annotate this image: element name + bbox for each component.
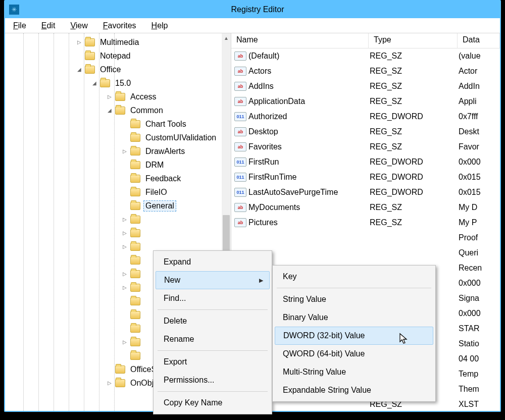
value-name: Actors bbox=[248, 67, 370, 76]
folder-icon bbox=[130, 188, 140, 196]
reg-dword-icon: 011 bbox=[234, 112, 246, 121]
value-data: 0x015 bbox=[459, 188, 500, 197]
value-row[interactable]: abPicturesREG_SZMy P bbox=[231, 215, 500, 230]
value-row[interactable]: 011LastAutoSavePurgeTimeREG_DWORD0x015 bbox=[231, 185, 500, 200]
menu-item-label: New bbox=[164, 276, 180, 285]
folder-icon bbox=[130, 161, 140, 169]
value-name: LastAutoSavePurgeTime bbox=[248, 188, 370, 197]
value-type: REG_SZ bbox=[370, 203, 459, 212]
reg-dword-icon: 011 bbox=[234, 188, 246, 197]
folder-icon bbox=[130, 175, 140, 183]
menu-item[interactable]: Expandable String Value bbox=[274, 381, 434, 399]
value-name: Favorites bbox=[248, 142, 370, 151]
menu-item[interactable]: Binary Value bbox=[274, 308, 434, 327]
menu-item[interactable]: Rename bbox=[155, 330, 271, 348]
menu-item-label: QWORD (64-bit) Value bbox=[283, 349, 365, 358]
value-name: Desktop bbox=[248, 127, 370, 136]
menu-item[interactable]: String Value bbox=[274, 290, 434, 308]
menu-help[interactable]: Help bbox=[148, 20, 171, 31]
value-row[interactable]: abAddInsREG_SZAddIn bbox=[231, 79, 500, 94]
folder-icon bbox=[85, 66, 95, 74]
submenu-arrow-icon: ▶ bbox=[259, 277, 263, 284]
value-name: AddIns bbox=[248, 82, 370, 91]
menu-item-label: Binary Value bbox=[283, 313, 328, 322]
value-row[interactable]: abApplicationDataREG_SZAppli bbox=[231, 94, 500, 109]
menu-item-label: Expandable String Value bbox=[283, 386, 371, 395]
scrollbar-up-icon[interactable]: ▲ bbox=[222, 33, 231, 42]
folder-icon bbox=[115, 93, 125, 101]
folder-icon bbox=[130, 229, 140, 237]
value-row[interactable]: abFavoritesREG_SZFavor bbox=[231, 139, 500, 154]
menu-item[interactable]: QWORD (64-bit) Value bbox=[274, 345, 434, 363]
value-row[interactable]: abDesktopREG_SZDeskt bbox=[231, 124, 500, 139]
menu-separator bbox=[277, 288, 431, 288]
folder-icon bbox=[130, 256, 140, 265]
value-row[interactable]: abMyDocumentsREG_SZMy D bbox=[231, 200, 500, 215]
folder-icon bbox=[130, 270, 140, 278]
value-data: XLST bbox=[459, 400, 500, 409]
value-data: Recen bbox=[459, 264, 500, 273]
folder-icon bbox=[115, 107, 125, 115]
menu-item[interactable]: Expand bbox=[155, 253, 271, 271]
context-submenu-new: KeyString ValueBinary ValueDWORD (32-bit… bbox=[272, 265, 436, 402]
value-data: Favor bbox=[459, 142, 500, 151]
value-data: Appli bbox=[459, 97, 500, 106]
column-header-name[interactable]: Name bbox=[231, 33, 369, 48]
value-row[interactable]: 011FirstRunTimeREG_DWORD0x015 bbox=[231, 170, 500, 185]
value-row[interactable]: abActorsREG_SZActor bbox=[231, 64, 500, 79]
app-icon: ✳ bbox=[9, 5, 19, 15]
reg-sz-icon: ab bbox=[234, 203, 246, 212]
menu-separator bbox=[158, 391, 268, 392]
menu-file[interactable]: File bbox=[10, 20, 29, 31]
folder-icon bbox=[130, 284, 140, 292]
menu-view[interactable]: View bbox=[67, 20, 90, 31]
folder-icon bbox=[130, 325, 140, 333]
menu-item[interactable]: Multi-String Value bbox=[274, 363, 434, 381]
value-row[interactable]: 011FirstRunREG_DWORD0x000 bbox=[231, 154, 500, 170]
value-data: Queri bbox=[459, 248, 500, 257]
menu-item[interactable]: DWORD (32-bit) Value bbox=[275, 327, 433, 345]
reg-sz-icon: ab bbox=[234, 218, 246, 227]
menu-item[interactable]: Export bbox=[155, 353, 271, 371]
menu-item[interactable]: Permissions... bbox=[155, 371, 271, 389]
value-row[interactable]: ab(Default)REG_SZ(value bbox=[231, 48, 500, 64]
menu-favorites[interactable]: Favorites bbox=[100, 20, 139, 31]
menu-item[interactable]: Copy Key Name bbox=[155, 394, 271, 412]
column-header-type[interactable]: Type bbox=[369, 33, 458, 48]
value-data: 0x7fff bbox=[459, 112, 500, 121]
value-type: REG_SZ bbox=[370, 67, 459, 76]
menu-item-label: Permissions... bbox=[164, 376, 214, 385]
menu-item-label: Copy Key Name bbox=[164, 398, 223, 407]
menu-item-label: Key bbox=[283, 272, 297, 281]
value-data: Them bbox=[459, 385, 500, 394]
folder-icon bbox=[130, 311, 140, 319]
titlebar[interactable]: ✳ Registry Editor bbox=[5, 1, 500, 18]
reg-sz-icon: ab bbox=[234, 51, 246, 61]
value-type: REG_DWORD bbox=[370, 173, 459, 182]
menu-item[interactable]: Find... bbox=[155, 289, 271, 307]
value-data: (value bbox=[459, 51, 500, 61]
value-type: REG_SZ bbox=[370, 218, 459, 227]
value-data: 0x000 bbox=[459, 309, 500, 318]
menu-item[interactable]: Delete bbox=[155, 312, 271, 330]
folder-icon bbox=[130, 297, 140, 305]
folder-icon bbox=[130, 202, 140, 210]
value-row[interactable]: Proof bbox=[231, 230, 500, 245]
menu-item-label: Delete bbox=[164, 317, 187, 326]
value-type: REG_DWORD bbox=[370, 188, 459, 197]
value-row[interactable]: 011AuthorizedREG_DWORD0x7fff bbox=[231, 109, 500, 124]
value-type: REG_SZ bbox=[370, 142, 459, 151]
list-header: Name Type Data bbox=[231, 33, 500, 48]
value-name: ApplicationData bbox=[248, 97, 370, 106]
folder-icon bbox=[130, 243, 140, 251]
context-menu: ExpandNew▶Find...DeleteRenameExportPermi… bbox=[153, 250, 272, 414]
value-type: REG_SZ bbox=[370, 82, 459, 91]
menu-separator bbox=[158, 309, 268, 310]
menu-separator bbox=[158, 350, 268, 351]
menu-item[interactable]: New▶ bbox=[156, 271, 270, 289]
column-header-data[interactable]: Data bbox=[458, 33, 500, 48]
menu-item[interactable]: Key bbox=[274, 268, 434, 286]
folder-icon bbox=[130, 216, 140, 224]
menu-edit[interactable]: Edit bbox=[38, 20, 59, 31]
menu-item-label: String Value bbox=[283, 295, 326, 304]
